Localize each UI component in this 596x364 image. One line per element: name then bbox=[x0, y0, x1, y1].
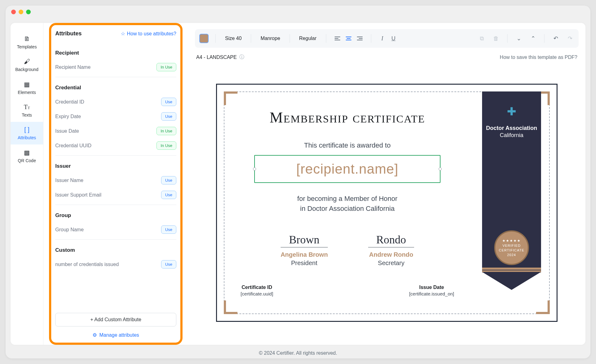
minimize-window-icon[interactable] bbox=[19, 10, 23, 14]
font-family-dropdown[interactable]: Manrope bbox=[258, 36, 282, 41]
sidebar-item-label: Attributes bbox=[18, 135, 36, 140]
manage-attributes-link[interactable]: ⚙ Manage attributes bbox=[55, 326, 176, 340]
inuse-badge[interactable]: In Use bbox=[156, 141, 176, 150]
panel-title: Attributes bbox=[55, 30, 82, 37]
certificate-subtitle[interactable]: This certificate is awarded to bbox=[304, 141, 391, 149]
attr-name: Recipient Name bbox=[55, 64, 91, 70]
sidebar-item-background[interactable]: 🖌 Background bbox=[11, 54, 43, 76]
signature-name: Andrew Rondo bbox=[368, 251, 414, 258]
ribbon-cut bbox=[482, 272, 541, 290]
undo-icon[interactable]: ↶ bbox=[551, 34, 560, 43]
color-swatch[interactable] bbox=[199, 34, 209, 43]
copy-icon[interactable]: ⧉ bbox=[477, 34, 486, 43]
section-title: Custom bbox=[55, 247, 176, 253]
attr-name: Credential UUID bbox=[55, 143, 91, 149]
attr-name: Credential ID bbox=[55, 99, 84, 105]
signature-script: Rondo bbox=[368, 233, 414, 247]
use-badge[interactable]: Use bbox=[161, 191, 176, 199]
titlebar bbox=[6, 6, 590, 18]
canvas[interactable]: Membership certificate This certificate … bbox=[195, 67, 579, 339]
background-icon: 🖌 bbox=[24, 58, 30, 65]
sidebar-item-label: QR Code bbox=[18, 158, 36, 163]
certificate-desc2[interactable]: in Doctor Association California bbox=[300, 205, 395, 213]
certificate-desc1[interactable]: for becoming a Member of Honor bbox=[297, 195, 398, 203]
page-format: A4 - LANDSCAPE bbox=[196, 55, 237, 60]
attr-row: Issuer NameUse bbox=[55, 173, 176, 188]
templates-icon: 🗎 bbox=[24, 35, 30, 42]
signature-1[interactable]: Brown Angelina Brown President bbox=[281, 233, 328, 267]
add-custom-attribute-button[interactable]: + Add Custom Attribute bbox=[55, 313, 176, 326]
sidebar-item-label: Elements bbox=[18, 90, 36, 95]
align-left-icon[interactable] bbox=[333, 34, 342, 43]
certificate-footer: Certificate ID [certificate.uuid] Issue … bbox=[231, 285, 463, 296]
redo-icon[interactable]: ↷ bbox=[566, 34, 574, 43]
use-badge[interactable]: Use bbox=[161, 112, 176, 121]
sidebar-item-elements[interactable]: ▦ Elements bbox=[11, 76, 43, 99]
toolbar: Size 40 Manrope Regular I U ⧉ 🗑 bbox=[195, 29, 579, 48]
texts-icon: TT bbox=[24, 104, 30, 111]
editor-area: Size 40 Manrope Regular I U ⧉ 🗑 bbox=[188, 23, 585, 345]
sidebar-item-texts[interactable]: TT Texts bbox=[11, 99, 43, 122]
ribbon-org: Doctor Association bbox=[482, 125, 541, 131]
signature-name: Angelina Brown bbox=[281, 251, 328, 258]
font-size-dropdown[interactable]: Size 40 bbox=[223, 36, 244, 41]
section-group: Group Group NameUse bbox=[55, 207, 176, 240]
attr-row: Group NameUse bbox=[55, 222, 176, 237]
attr-name: Expiry Date bbox=[55, 114, 81, 119]
save-pdf-help-link[interactable]: How to save this template as PDF? bbox=[500, 55, 577, 60]
qrcode-icon: ▩ bbox=[24, 149, 30, 156]
sidebar-item-attributes[interactable]: [ ] Attributes bbox=[11, 122, 43, 144]
italic-icon[interactable]: I bbox=[378, 34, 387, 43]
inuse-badge[interactable]: In Use bbox=[156, 127, 176, 135]
sidebar-item-qrcode[interactable]: ▩ QR Code bbox=[11, 144, 43, 167]
ribbon[interactable]: ✚ Doctor Association California ★★★★★ VE… bbox=[482, 91, 541, 290]
font-weight-dropdown[interactable]: Regular bbox=[297, 36, 319, 41]
inuse-badge[interactable]: In Use bbox=[156, 63, 176, 71]
section-title: Recipient bbox=[55, 50, 176, 56]
issue-date[interactable]: Issue Date [certificate.issued_on] bbox=[409, 285, 454, 296]
underline-icon[interactable]: U bbox=[389, 34, 398, 43]
certificate-id[interactable]: Certificate ID [certificate.uuid] bbox=[241, 285, 273, 296]
attr-name: number of credentials issued bbox=[55, 262, 119, 267]
maximize-window-icon[interactable] bbox=[26, 10, 31, 14]
recipient-name-placeholder[interactable]: [recipient.name] bbox=[254, 155, 440, 183]
ribbon-loc: California bbox=[482, 132, 541, 139]
attr-row: Issuer Support EmailUse bbox=[55, 188, 176, 202]
chevron-down-icon[interactable]: ⌄ bbox=[514, 34, 523, 43]
certificate-preview[interactable]: Membership certificate This certificate … bbox=[216, 84, 558, 322]
how-to-link[interactable]: ☆ How to use attributes? bbox=[121, 31, 176, 37]
signature-script: Brown bbox=[281, 233, 328, 247]
use-badge[interactable]: Use bbox=[161, 98, 176, 106]
section-issuer: Issuer Issuer NameUse Issuer Support Ema… bbox=[55, 158, 176, 205]
attr-row: Credential UUIDIn Use bbox=[55, 138, 176, 153]
certificate-title[interactable]: Membership certificate bbox=[270, 109, 425, 126]
signature-role: Secretary bbox=[368, 260, 414, 267]
use-badge[interactable]: Use bbox=[161, 176, 176, 184]
signature-role: President bbox=[281, 260, 328, 267]
align-center-icon[interactable] bbox=[344, 34, 353, 43]
section-title: Credential bbox=[55, 85, 176, 91]
info-icon[interactable]: ⓘ bbox=[239, 54, 244, 60]
attributes-icon: [ ] bbox=[24, 126, 29, 133]
chevron-up-icon[interactable]: ⌃ bbox=[529, 34, 537, 43]
elements-icon: ▦ bbox=[24, 81, 30, 88]
section-recipient: Recipient Recipient Name In Use bbox=[55, 44, 176, 77]
resize-handle-right[interactable] bbox=[439, 167, 442, 171]
use-badge[interactable]: Use bbox=[161, 260, 176, 269]
gear-icon: ⚙ bbox=[93, 332, 97, 338]
signature-2[interactable]: Rondo Andrew Rondo Secretary bbox=[368, 233, 414, 267]
main-area: 🗎 Templates 🖌 Background ▦ Elements TT T… bbox=[11, 23, 585, 345]
resize-handle-left[interactable] bbox=[253, 167, 256, 171]
use-badge[interactable]: Use bbox=[161, 225, 176, 234]
align-right-icon[interactable] bbox=[355, 34, 364, 43]
section-custom: Custom number of credentials issuedUse bbox=[55, 242, 176, 272]
star-icon: ☆ bbox=[121, 31, 125, 37]
attr-row: Recipient Name In Use bbox=[55, 60, 176, 74]
trash-icon[interactable]: 🗑 bbox=[492, 34, 500, 43]
close-window-icon[interactable] bbox=[11, 10, 16, 14]
attr-name: Issuer Support Email bbox=[55, 192, 102, 198]
attr-row: Issue DateIn Use bbox=[55, 124, 176, 138]
sidebar-item-templates[interactable]: 🗎 Templates bbox=[11, 31, 43, 54]
attr-name: Issuer Name bbox=[55, 178, 84, 183]
attr-row: Expiry DateUse bbox=[55, 109, 176, 124]
